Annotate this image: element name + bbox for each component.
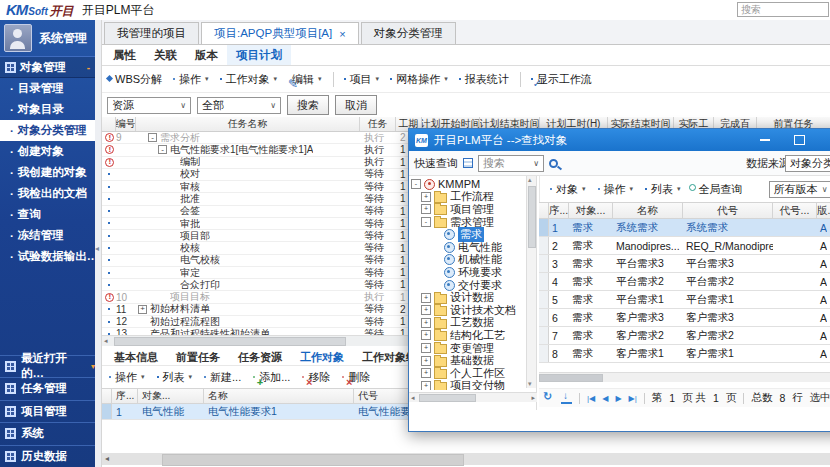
sidebar-item[interactable]: 冻结管理 [0, 225, 95, 246]
toolbar-button[interactable]: 显示工作流 [520, 72, 592, 87]
result-row[interactable]: 6 需求 客户需求3 客户需求3 A [539, 309, 830, 327]
close-icon[interactable]: × [339, 28, 345, 40]
result-row[interactable]: 8 需求 客户需求1 客户需求1 A [539, 345, 830, 363]
expander-icon[interactable]: + [421, 381, 431, 390]
toolbar-button[interactable]: 项目 [333, 72, 380, 87]
row-handle[interactable] [539, 291, 549, 308]
sidebar-item[interactable]: 我创建的对象 [0, 162, 95, 183]
toolbar-button[interactable]: WBS分解 [109, 72, 162, 87]
sidebar-item[interactable]: 目录管理 [0, 78, 95, 99]
result-row[interactable]: 4 需求 平台需求2 平台需求2 A [539, 273, 830, 291]
row-handle[interactable] [539, 273, 549, 290]
collapse-icon[interactable]: - [87, 62, 90, 73]
scrollbar-thumb[interactable] [114, 337, 346, 346]
toolbar-button[interactable]: 操作 [173, 72, 209, 87]
scope-filter-select[interactable]: 全部 [197, 97, 281, 114]
search-icon[interactable] [549, 159, 558, 168]
detail-toolbar-button[interactable]: 移除 [302, 370, 330, 385]
expander-icon[interactable]: - [148, 133, 157, 142]
scrollbar-thumb[interactable] [419, 394, 476, 402]
row-handle[interactable] [102, 404, 112, 419]
sidebar-item[interactable]: 对象目录 [0, 99, 95, 120]
row-handle[interactable] [539, 327, 549, 344]
row-handle[interactable] [539, 219, 549, 236]
dialog-toolbar-button[interactable]: 全局查询 [693, 182, 743, 197]
cancel-button[interactable]: 取消 [335, 95, 377, 115]
dialog-toolbar-button[interactable]: 操作 [598, 182, 634, 197]
result-row[interactable]: 2 需求 Manodipres... REQ_R/Manodipre... A [539, 237, 830, 255]
expander-icon[interactable]: - [158, 145, 167, 154]
toolbar-button[interactable]: 编辑 [288, 72, 322, 87]
result-row[interactable]: 7 需求 客户需求2 客户需求2 A [539, 327, 830, 345]
expander-icon[interactable]: + [421, 318, 431, 328]
expander-icon[interactable]: + [421, 305, 431, 315]
toolbar-button[interactable]: 网格操作 [390, 72, 448, 87]
document-tab[interactable]: 我管理的项目 [104, 22, 199, 44]
detail-toolbar-button[interactable]: 删除 [342, 370, 370, 385]
project-subtab[interactable]: 关联 [145, 45, 186, 65]
user-avatar[interactable] [4, 24, 32, 52]
result-grid-hscrollbar[interactable] [539, 372, 830, 382]
minimize-icon[interactable] [760, 139, 770, 141]
dialog-toolbar-button[interactable]: 对象 [550, 182, 586, 197]
toolbar-button[interactable]: 报表统计 [459, 72, 509, 87]
export-icon[interactable] [561, 393, 572, 404]
page-nav-button[interactable]: |◀ [587, 394, 595, 403]
sidebar-item[interactable]: 创建对象 [0, 141, 95, 162]
expander-icon[interactable]: - [411, 179, 421, 189]
page-nav-button[interactable]: ◀ [602, 394, 608, 403]
sidebar-item[interactable]: 试验数据输出… [0, 246, 95, 267]
collapse-sidebar-icon[interactable]: ◂ [95, 244, 99, 253]
row-handle[interactable] [539, 309, 549, 326]
expander-icon[interactable]: + [421, 293, 431, 303]
project-subtab[interactable]: 属性 [104, 45, 145, 65]
detail-toolbar-button[interactable]: 新建... [204, 370, 241, 385]
tree-vscrollbar[interactable] [526, 176, 536, 388]
detail-tab[interactable]: 任务资源 [230, 350, 290, 365]
row-handle[interactable] [539, 345, 549, 362]
expander-icon[interactable]: - [421, 217, 431, 227]
expander-icon[interactable]: + [421, 204, 431, 214]
row-handle[interactable] [539, 255, 549, 272]
result-row[interactable]: 3 需求 平台需求3 平台需求3 A [539, 255, 830, 273]
expander-icon[interactable]: + [421, 343, 431, 353]
detail-tab[interactable]: 基本信息 [106, 350, 166, 365]
page-nav-button[interactable]: ▶| [629, 394, 637, 403]
sidebar-splitter[interactable]: ◂ [95, 20, 102, 467]
detail-tab[interactable]: 前置任务 [168, 350, 228, 365]
sidebar-bottom-group[interactable]: 历史数据 [0, 445, 95, 467]
sidebar-item[interactable]: 对象分类管理 [0, 120, 95, 141]
maximize-icon[interactable] [794, 135, 805, 145]
result-row[interactable]: 1 需求 系统需求 系统需求 A [539, 219, 830, 237]
dialog-title-bar[interactable]: 开目PLM平台 -->查找对象 [409, 129, 830, 151]
data-source-select[interactable]: 对象分类 [785, 155, 830, 172]
scrollbar-thumb[interactable] [539, 374, 603, 382]
expander-icon[interactable]: + [421, 368, 431, 378]
sidebar-bottom-group[interactable]: 项目管理 [0, 400, 95, 423]
row-handle[interactable] [539, 237, 549, 254]
scrollbar-thumb[interactable] [528, 186, 536, 248]
sidebar-bottom-group[interactable]: 系统 [0, 422, 95, 445]
sidebar-group-object-management[interactable]: 对象管理 - [0, 56, 95, 78]
global-search-input[interactable] [737, 2, 829, 17]
expander-icon[interactable]: + [421, 330, 431, 340]
document-tab[interactable]: 项目:APQP典型项目[A]× [201, 22, 359, 44]
detail-toolbar-button[interactable]: 列表 [157, 370, 193, 385]
expander-icon[interactable]: + [421, 356, 431, 366]
sidebar-bottom-group[interactable]: 最近打开的… [0, 355, 95, 378]
tree-node[interactable]: + 项目交付物 [409, 380, 536, 391]
sidebar-item[interactable]: 我检出的文档 [0, 183, 95, 204]
document-tab[interactable]: 对象分类管理 [361, 22, 456, 44]
toolbar-button[interactable]: 工作对象 [220, 72, 278, 87]
detail-toolbar-button[interactable]: 操作 [109, 370, 145, 385]
expander-icon[interactable]: + [138, 305, 147, 314]
resource-filter-select[interactable]: 资源 [107, 97, 191, 114]
scrollbar-thumb[interactable] [162, 454, 464, 466]
project-subtab[interactable]: 项目计划 [227, 45, 291, 65]
project-subtab[interactable]: 版本 [186, 45, 227, 65]
dialog-toolbar-button[interactable]: 列表 [645, 182, 681, 197]
detail-tab[interactable]: 工作对象 [292, 350, 352, 365]
main-hscrollbar[interactable] [102, 453, 830, 465]
search-button[interactable]: 搜索 [287, 95, 329, 115]
refresh-icon[interactable] [543, 392, 554, 404]
